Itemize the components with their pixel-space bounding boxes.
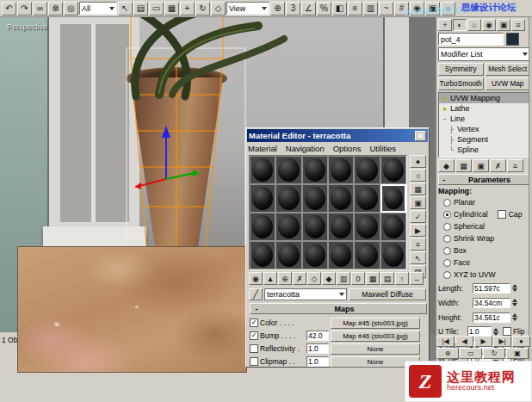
stack-item-segment[interactable]: ├ Segment — [439, 134, 529, 145]
mapping-option-planar[interactable]: Planar — [438, 197, 530, 207]
make-copy-icon[interactable]: ◇ — [307, 272, 321, 285]
radio-icon[interactable] — [443, 199, 451, 207]
bump-map-checkbox[interactable]: ✓ — [250, 331, 258, 340]
parameters-rollout-header[interactable]: - Parameters — [438, 174, 530, 185]
select-and-rotate-icon[interactable]: ↻ — [195, 2, 210, 15]
material-sample-slot[interactable] — [302, 184, 328, 213]
material-sample-slot[interactable] — [328, 213, 354, 241]
radio-icon[interactable] — [443, 223, 451, 231]
maps-rollout-header[interactable]: - Maps — [250, 303, 427, 314]
spinner[interactable] — [512, 284, 520, 292]
material-sample-slot[interactable] — [328, 156, 354, 184]
angle-snap-icon[interactable]: ∠ — [301, 2, 316, 15]
unlink-selection-icon[interactable]: ⊗ — [48, 2, 63, 15]
get-material-icon[interactable]: ◉ — [249, 272, 263, 285]
remove-modifier-icon[interactable]: ✗ — [490, 159, 506, 172]
show-end-result-icon[interactable]: ▤ — [380, 272, 394, 285]
background-icon[interactable]: ▦ — [410, 182, 426, 195]
cap-checkbox[interactable] — [498, 210, 506, 219]
show-end-result-stack-icon[interactable]: ▦ — [455, 159, 472, 172]
symmetry-button[interactable]: Symmetry — [438, 63, 484, 76]
zoom-button[interactable]: ⊕ — [436, 348, 459, 359]
material-sample-slot[interactable] — [250, 156, 275, 184]
object-color-swatch[interactable] — [506, 33, 519, 46]
stack-item-vertex[interactable]: ├ Vertex — [439, 124, 529, 134]
maximize-viewport-button[interactable]: ▣ — [506, 348, 529, 359]
bump-map-button[interactable]: Map #46 (sto003.jpg) — [331, 331, 420, 342]
color-map-button[interactable]: Map #45 (sto003.jpg) — [331, 318, 420, 329]
material-sample-slot[interactable] — [302, 156, 328, 184]
align-icon[interactable]: ≡ — [348, 2, 362, 15]
select-and-scale-icon[interactable]: ◇ — [211, 2, 226, 15]
shader-type-button[interactable]: Maxwell Diffuse — [349, 288, 426, 300]
material-editor-titlebar[interactable]: Material Editor - terracotta ✕ — [247, 129, 428, 142]
stack-item-spline[interactable]: └ Spline — [439, 145, 529, 155]
eyedropper-icon[interactable]: ╱ — [249, 288, 263, 300]
height-field[interactable] — [473, 312, 510, 323]
key-mode-button[interactable]: ● — [512, 336, 530, 347]
rectangular-selection-icon[interactable]: ▭ — [149, 2, 164, 15]
undo-icon[interactable]: ↶ — [2, 2, 16, 15]
reflectivity-map-checkbox[interactable] — [250, 344, 258, 353]
pin-stack-icon[interactable]: ◆ — [438, 159, 455, 172]
snap-toggle-icon[interactable]: 3 — [286, 2, 300, 15]
material-options-icon[interactable]: ≡ — [410, 238, 426, 250]
redo-icon[interactable]: ↷ — [17, 2, 32, 15]
material-sample-slot[interactable] — [302, 241, 328, 269]
stack-item-lathe[interactable]: ● Lathe — [439, 103, 529, 114]
width-field[interactable] — [473, 298, 510, 308]
material-sample-slot[interactable] — [250, 213, 275, 241]
spinner[interactable] — [512, 313, 520, 321]
mapping-option-box[interactable]: Box — [438, 245, 530, 256]
modifier-enable-icon[interactable]: ● — [441, 95, 448, 102]
mapping-option-cylindrical[interactable]: Cylindrical Cap — [438, 209, 530, 220]
reset-map-icon[interactable]: ✗ — [293, 272, 306, 285]
material-sample-slot[interactable] — [302, 213, 328, 241]
select-by-material-icon[interactable]: ↖ — [410, 251, 426, 264]
goto-start-button[interactable]: |◀ — [436, 336, 455, 347]
go-to-parent-icon[interactable]: ↑ — [395, 272, 409, 285]
curve-editor-icon[interactable]: ~ — [379, 2, 393, 15]
clipmap-checkbox[interactable] — [250, 357, 258, 366]
material-sample-slot[interactable] — [275, 241, 301, 269]
material-name-dropdown[interactable]: terracotta — [264, 288, 347, 300]
material-sample-slot[interactable] — [328, 241, 354, 269]
color-map-checkbox[interactable]: ✓ — [250, 319, 258, 327]
radio-icon[interactable] — [443, 211, 451, 219]
stack-item-line[interactable]: − Line — [439, 114, 529, 124]
material-sample-slot[interactable] — [275, 213, 301, 241]
bump-amount-field[interactable] — [306, 331, 329, 341]
zoom-extents-button[interactable]: ▭ — [460, 348, 482, 359]
put-to-library-icon[interactable]: ▥ — [337, 272, 350, 285]
reference-coordinate-dropdown[interactable]: View — [226, 2, 269, 15]
material-sample-slot[interactable] — [354, 213, 380, 241]
assign-to-selection-icon[interactable]: ⊕ — [278, 272, 292, 285]
goto-end-button[interactable]: ▶| — [493, 336, 511, 347]
mirror-icon[interactable]: ◧ — [332, 2, 347, 15]
layer-manager-icon[interactable]: ▥ — [363, 2, 378, 15]
tab-utilities[interactable]: ≡ — [511, 19, 525, 31]
uvw-map-button[interactable]: UVW Map — [486, 77, 531, 90]
stack-item-uvw-mapping[interactable]: ● UVW Mapping — [439, 93, 529, 103]
window-crossing-icon[interactable]: ▦ — [164, 2, 179, 15]
go-forward-icon[interactable]: → — [410, 272, 424, 285]
tab-modify[interactable]: ◐ — [453, 19, 467, 31]
radio-icon[interactable] — [443, 259, 451, 267]
make-unique-icon[interactable]: ◆ — [322, 272, 336, 285]
radio-icon[interactable] — [443, 235, 451, 243]
radio-icon[interactable] — [443, 247, 451, 255]
select-object-icon[interactable]: ↖ — [118, 2, 133, 15]
video-color-check-icon[interactable]: ✓ — [410, 210, 426, 223]
viewport-label[interactable]: Perspective — [7, 22, 47, 31]
material-sample-slot[interactable] — [275, 184, 301, 213]
expand-icon[interactable]: − — [441, 115, 448, 123]
mesh-select-button[interactable]: Mesh Select — [486, 63, 531, 76]
material-id-icon[interactable]: 0 — [351, 272, 365, 285]
configure-modifier-sets-icon[interactable]: ≡ — [507, 159, 523, 172]
material-sample-slot[interactable] — [380, 241, 406, 269]
material-sample-slot[interactable] — [328, 184, 354, 213]
material-sample-slot[interactable] — [275, 156, 301, 184]
material-sample-slot[interactable] — [380, 156, 406, 184]
put-to-scene-icon[interactable]: ▲ — [263, 272, 277, 285]
material-sample-slot[interactable] — [380, 213, 406, 241]
